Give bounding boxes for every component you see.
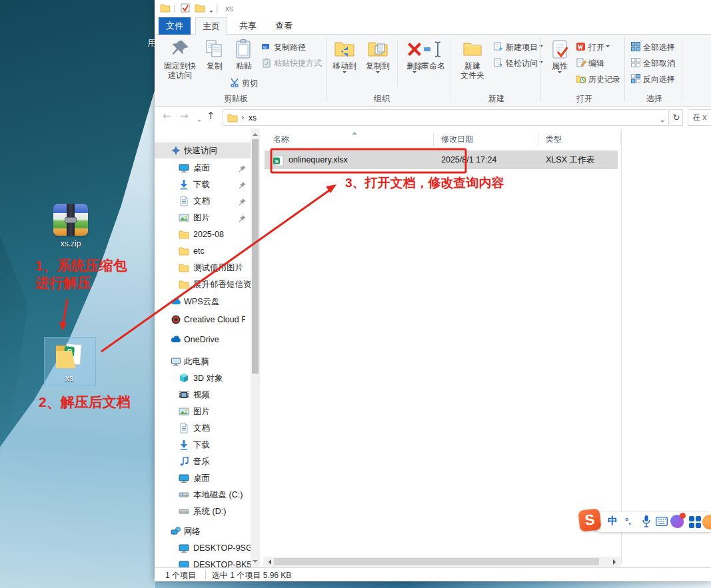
sidebar-item-12[interactable]: 此电脑	[155, 354, 251, 370]
easy-access-button[interactable]: 轻松访问	[493, 56, 543, 71]
desktop-icon-label-zip[interactable]: xs.zip	[48, 239, 93, 248]
scroll-down-icon[interactable]	[253, 560, 258, 565]
shortcut-icon	[261, 57, 272, 68]
paste-shortcut-button[interactable]: 粘贴快捷方式	[261, 56, 322, 71]
invert-selection-button[interactable]: 反向选择	[630, 72, 675, 87]
wps-icon	[576, 41, 586, 52]
sogou-logo[interactable]: S	[578, 508, 601, 531]
new-folder-button[interactable]: 新建 文件夹	[456, 37, 489, 80]
copy-button[interactable]: 复制	[200, 37, 229, 71]
sidebar-item-2[interactable]: 下载	[155, 176, 251, 192]
rename-button[interactable]: 重命名	[416, 37, 450, 71]
paste-button[interactable]: 粘贴	[229, 37, 259, 71]
sidebar-scrollbar[interactable]	[251, 129, 260, 567]
forward-icon[interactable]: →	[180, 110, 189, 122]
extracted-folder-icon[interactable]: S	[55, 340, 85, 371]
sidebar-item-11[interactable]: OneDrive	[155, 332, 251, 348]
paste-icon	[233, 39, 255, 60]
refresh-button[interactable]: ↻	[670, 109, 683, 126]
zip-buckle	[65, 217, 77, 223]
sidebar-item-21[interactable]: 系统 (D:)	[155, 503, 251, 519]
desktop-icon	[179, 473, 189, 483]
open-button[interactable]: 打开	[576, 40, 610, 55]
scroll-left-icon[interactable]	[266, 559, 271, 565]
address-dropdown-icon[interactable]	[659, 116, 664, 128]
breadcrumb-segment[interactable]: xs	[249, 113, 257, 123]
move-to-button[interactable]: 移动到	[329, 37, 360, 75]
selection-summary: 选中 1 个项目 5.96 KB	[212, 570, 291, 581]
sidebar-item-15[interactable]: 图片	[155, 404, 251, 420]
sidebar-item-6[interactable]: etc	[155, 243, 251, 259]
sidebar-item-9[interactable]: WPS云盘	[155, 294, 251, 310]
svg-text:S: S	[275, 158, 279, 164]
sidebar-item-16[interactable]: 文档	[155, 420, 251, 436]
folder-icon[interactable]	[160, 3, 171, 13]
sidebar-item-4[interactable]: 图片	[155, 210, 251, 226]
properties-button[interactable]: 属性	[546, 37, 573, 75]
sidebar-item-3[interactable]: 文档	[155, 193, 251, 209]
ime-punctuation-button[interactable]: °,	[625, 516, 631, 526]
properties-check-icon[interactable]	[180, 3, 191, 13]
column-header-type[interactable]: 类型	[546, 134, 562, 145]
qat-dropdown-icon[interactable]	[208, 6, 213, 18]
sidebar-item-22[interactable]: 网络	[155, 523, 251, 539]
keyboard-icon[interactable]	[656, 517, 668, 526]
tab-share[interactable]: 共享	[232, 17, 264, 35]
sidebar-item-7[interactable]: 测试使用图片	[155, 260, 251, 276]
sidebar-item-20[interactable]: 本地磁盘 (C:)	[155, 487, 251, 503]
sidebar-item-8[interactable]: 晨升郁香短信资	[155, 276, 251, 292]
back-icon[interactable]: ←	[163, 110, 171, 122]
ime-grid-icon[interactable]	[689, 516, 701, 528]
new-item-button[interactable]: 新建项目	[493, 40, 543, 55]
copy-to-button[interactable]: 复制到	[362, 37, 393, 75]
select-none-label: 全部取消	[643, 59, 675, 68]
cut-button[interactable]: 剪切	[229, 76, 258, 91]
smart-input-icon[interactable]	[670, 515, 684, 528]
column-separator[interactable]	[538, 133, 538, 146]
ribbon: 固定到快 速访问 复制 粘贴 剪切 W..复制路径 粘贴快捷方式 剪贴板 移动到…	[155, 35, 711, 107]
history-button[interactable]: 历史记录	[576, 72, 620, 87]
file-row-0[interactable]: Sonlinequery.xlsx2025/8/1 17:24XLSX 工作表	[265, 150, 618, 169]
breadcrumb[interactable]: › xs	[223, 109, 669, 126]
zip-file-icon[interactable]	[53, 204, 88, 236]
ime-mode-button[interactable]: 中	[608, 515, 618, 527]
search-input[interactable]: 在 x	[688, 109, 711, 126]
edit-button[interactable]: 编辑	[576, 56, 604, 71]
emoji-icon[interactable]	[702, 515, 711, 529]
sidebar-item-label: 晨升郁香短信资	[193, 276, 252, 292]
sidebar-item-23[interactable]: DESKTOP-9SGF	[155, 540, 251, 556]
select-all-button[interactable]: 全部选择	[630, 40, 675, 55]
scroll-up-icon[interactable]	[253, 131, 258, 136]
sidebar-item-0[interactable]: 快速访问	[155, 143, 251, 158]
sidebar-item-19[interactable]: 桌面	[155, 470, 251, 486]
column-separator[interactable]	[433, 133, 434, 146]
sidebar-item-13[interactable]: 3D 对象	[155, 370, 251, 386]
sidebar-item-5[interactable]: 2025-08	[155, 226, 251, 242]
sidebar-item-14[interactable]: 视频	[155, 387, 251, 403]
microphone-icon[interactable]	[641, 515, 652, 528]
copy-icon	[204, 39, 225, 60]
tab-file[interactable]: 文件	[159, 17, 191, 35]
column-header-name[interactable]: 名称	[273, 134, 289, 145]
tab-view[interactable]: 查看	[268, 17, 300, 35]
copy-path-button[interactable]: W..复制路径	[261, 40, 306, 55]
tab-home[interactable]: 主页	[195, 17, 227, 35]
select-none-button[interactable]: 全部取消	[630, 56, 675, 71]
column-header-date[interactable]: 修改日期	[441, 134, 473, 145]
pin-to-quick-access-button[interactable]: 固定到快 速访问	[161, 37, 199, 80]
sidebar-item-10[interactable]: Creative Cloud F	[155, 312, 251, 328]
sidebar-item-18[interactable]: 音乐	[155, 453, 251, 469]
horizontal-scrollbar-thumb[interactable]	[274, 558, 599, 565]
sidebar-item-1[interactable]: 桌面	[155, 160, 251, 176]
scroll-right-icon[interactable]	[613, 559, 618, 565]
sidebar-item-17[interactable]: 下载	[155, 437, 251, 453]
desktop-icon-label-xs[interactable]: xs	[53, 374, 85, 383]
star-icon	[171, 145, 181, 156]
horizontal-scrollbar[interactable]	[263, 557, 621, 567]
up-icon[interactable]: ↑	[207, 110, 215, 122]
recent-locations-icon[interactable]	[196, 115, 201, 127]
sidebar-scrollbar-thumb[interactable]	[252, 139, 259, 374]
new-folder-qat-icon[interactable]	[195, 3, 205, 13]
copy-path-label: 复制路径	[274, 43, 306, 52]
film-icon	[179, 390, 189, 400]
